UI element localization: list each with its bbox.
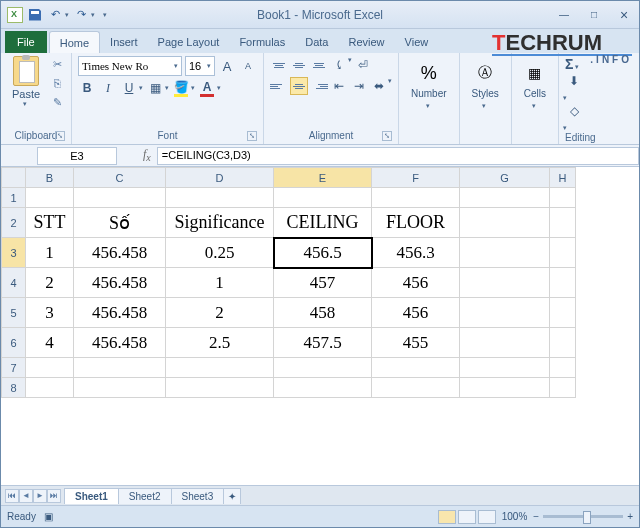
- align-right-button[interactable]: [310, 77, 328, 95]
- cell-F7[interactable]: [372, 358, 460, 378]
- cell-G3[interactable]: [460, 238, 550, 268]
- redo-dropdown-icon[interactable]: ▾: [91, 11, 95, 19]
- cell-C8[interactable]: [74, 378, 166, 398]
- wrap-text-button[interactable]: ⏎: [354, 56, 372, 74]
- styles-button[interactable]: Styles▾: [472, 88, 499, 110]
- excel-icon[interactable]: [7, 7, 23, 23]
- sheet-tab-2[interactable]: Sheet2: [118, 488, 172, 504]
- row-header-3[interactable]: 3: [2, 238, 26, 268]
- zoom-slider[interactable]: [543, 515, 623, 518]
- cell-G8[interactable]: [460, 378, 550, 398]
- cell-D8[interactable]: [166, 378, 274, 398]
- row-header-7[interactable]: 7: [2, 358, 26, 378]
- sheet-nav-next[interactable]: ►: [33, 489, 47, 503]
- cell-H1[interactable]: [550, 188, 576, 208]
- row-header-5[interactable]: 5: [2, 298, 26, 328]
- sheet-tab-3[interactable]: Sheet3: [171, 488, 225, 504]
- page-break-view-button[interactable]: [478, 510, 496, 524]
- merge-dropdown-icon[interactable]: ▾: [388, 77, 392, 95]
- cell-H6[interactable]: [550, 328, 576, 358]
- file-tab[interactable]: File: [5, 31, 47, 53]
- cell-G4[interactable]: [460, 268, 550, 298]
- fx-icon[interactable]: fx: [143, 147, 151, 163]
- cell-G7[interactable]: [460, 358, 550, 378]
- cell-F4[interactable]: 456: [372, 268, 460, 298]
- cell-C6[interactable]: 456.458: [74, 328, 166, 358]
- autosum-dropdown-icon[interactable]: ▾: [575, 63, 579, 70]
- cut-button[interactable]: ✂: [49, 56, 65, 72]
- cell-D7[interactable]: [166, 358, 274, 378]
- cell-D4[interactable]: 1: [166, 268, 274, 298]
- cell-E4[interactable]: 457: [274, 268, 372, 298]
- maximize-button[interactable]: □: [579, 5, 609, 25]
- cell-D1[interactable]: [166, 188, 274, 208]
- col-header-D[interactable]: D: [166, 168, 274, 188]
- cell-F1[interactable]: [372, 188, 460, 208]
- font-size-select[interactable]: 16▾: [185, 56, 215, 76]
- cell-B1[interactable]: [26, 188, 74, 208]
- sheet-nav-first[interactable]: ⏮: [5, 489, 19, 503]
- cell-C4[interactable]: 456.458: [74, 268, 166, 298]
- decrease-indent-button[interactable]: ⇤: [330, 77, 348, 95]
- cell-B2[interactable]: STT: [26, 208, 74, 238]
- cell-G5[interactable]: [460, 298, 550, 328]
- review-tab[interactable]: Review: [338, 31, 394, 53]
- format-painter-button[interactable]: ✎: [49, 94, 65, 110]
- formula-input[interactable]: =CEILING(C3,D3): [157, 147, 639, 165]
- fill-color-button[interactable]: 🪣: [172, 79, 190, 97]
- cell-D3[interactable]: 0.25: [166, 238, 274, 268]
- pagelayout-tab[interactable]: Page Layout: [148, 31, 230, 53]
- spreadsheet-grid[interactable]: BCDEFGH12STTSốSignificanceCEILINGFLOOR31…: [1, 167, 639, 485]
- cell-C7[interactable]: [74, 358, 166, 378]
- cell-B3[interactable]: 1: [26, 238, 74, 268]
- underline-dropdown-icon[interactable]: ▾: [139, 84, 143, 92]
- align-top-button[interactable]: [270, 56, 288, 74]
- row-header-2[interactable]: 2: [2, 208, 26, 238]
- cell-E6[interactable]: 457.5: [274, 328, 372, 358]
- sheet-nav-prev[interactable]: ◄: [19, 489, 33, 503]
- cell-H5[interactable]: [550, 298, 576, 328]
- cell-C5[interactable]: 456.458: [74, 298, 166, 328]
- align-bottom-button[interactable]: [310, 56, 328, 74]
- zoom-in-button[interactable]: +: [627, 511, 633, 522]
- col-header-H[interactable]: H: [550, 168, 576, 188]
- fill-button[interactable]: ⬇: [565, 72, 583, 90]
- undo-dropdown-icon[interactable]: ▾: [65, 11, 69, 19]
- cell-F6[interactable]: 455: [372, 328, 460, 358]
- col-header-G[interactable]: G: [460, 168, 550, 188]
- data-tab[interactable]: Data: [295, 31, 338, 53]
- font-launcher-icon[interactable]: ⤡: [247, 131, 257, 141]
- view-tab[interactable]: View: [395, 31, 439, 53]
- cell-H2[interactable]: [550, 208, 576, 238]
- cells-icon[interactable]: ▦: [524, 58, 546, 88]
- new-sheet-button[interactable]: ✦: [223, 488, 241, 504]
- row-header-1[interactable]: 1: [2, 188, 26, 208]
- cell-F3[interactable]: 456.3: [372, 238, 460, 268]
- row-header-6[interactable]: 6: [2, 328, 26, 358]
- cell-H8[interactable]: [550, 378, 576, 398]
- row-header-4[interactable]: 4: [2, 268, 26, 298]
- home-tab[interactable]: Home: [49, 31, 100, 53]
- cell-E5[interactable]: 458: [274, 298, 372, 328]
- save-button[interactable]: [27, 7, 43, 23]
- minimize-button[interactable]: —: [549, 5, 579, 25]
- font-name-select[interactable]: Times New Ro▾: [78, 56, 182, 76]
- cell-F5[interactable]: 456: [372, 298, 460, 328]
- formulas-tab[interactable]: Formulas: [229, 31, 295, 53]
- orient-dropdown-icon[interactable]: ▾: [348, 56, 352, 74]
- macro-record-icon[interactable]: ▣: [44, 511, 53, 522]
- cell-E8[interactable]: [274, 378, 372, 398]
- clear-button[interactable]: ◇: [565, 102, 583, 120]
- cell-C1[interactable]: [74, 188, 166, 208]
- copy-button[interactable]: ⎘: [49, 75, 65, 91]
- cell-D5[interactable]: 2: [166, 298, 274, 328]
- increase-indent-button[interactable]: ⇥: [350, 77, 368, 95]
- cells-button[interactable]: Cells▾: [524, 88, 546, 110]
- cell-F2[interactable]: FLOOR: [372, 208, 460, 238]
- cell-B4[interactable]: 2: [26, 268, 74, 298]
- shrink-font-button[interactable]: A: [239, 57, 257, 75]
- align-middle-button[interactable]: [290, 56, 308, 74]
- undo-button[interactable]: ↶: [47, 7, 63, 23]
- font-color-button[interactable]: A: [198, 79, 216, 97]
- grow-font-button[interactable]: A: [218, 57, 236, 75]
